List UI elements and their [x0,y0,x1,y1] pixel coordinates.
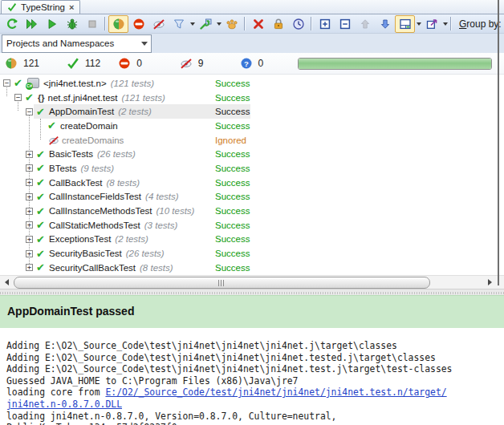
output-position-dropdown-button[interactable] [395,15,421,33]
scrollbar-thumb[interactable] [14,277,430,289]
result-banner: AppDomainTest passed [0,295,504,328]
passed-icon: ✔ [25,92,36,103]
test-tree-row[interactable]: createDomainsIgnored [0,133,504,148]
console-text: Guessed JAVA_HOME to C:\Program Files (x… [6,375,298,387]
toolbar-separator [450,17,452,30]
test-tree-row[interactable]: −✔AppDomainTest(2 tests)Success [0,104,504,119]
rerun-tests-button[interactable] [2,15,22,33]
tree-expander[interactable]: + [26,264,33,271]
tree-expander[interactable]: + [26,193,33,200]
pane-splitter[interactable] [0,289,504,295]
tab-title: TypeString [21,2,65,12]
debug-tests-button[interactable] [62,15,82,33]
console-text: Adding E:\O2\_Source_Code\test\jni4net\j… [6,352,436,363]
options-dropdown-button[interactable] [195,15,222,33]
time-button[interactable] [288,15,308,33]
grouping-combobox-value: Projects and Namespaces [6,38,114,48]
tree-horizontal-scrollbar[interactable] [0,275,504,289]
filter-dropdown-button[interactable] [169,15,195,33]
test-tree-row[interactable]: +✔CallInstanceFieldsTest(4 tests)Success [0,190,504,204]
passed-icon: ✔ [36,220,47,230]
export-dropdown-button[interactable] [421,15,448,33]
delete-session-button[interactable] [248,15,268,33]
previous-failed-button[interactable] [355,15,375,33]
result-banner-text: AppDomainTest passed [0,296,504,318]
console-line: jni4net.n-0.8.7.0.DLL [6,399,504,411]
test-tree-row[interactable]: +✔BasicTests(26 tests)Success [0,147,504,161]
console-text: loading core from [6,387,105,398]
test-count: (2 tests) [118,107,152,116]
test-name: createDomains [62,136,124,145]
tree-expander[interactable]: + [26,164,33,172]
test-tree-row[interactable]: ✔createDomainSuccess [0,119,504,133]
total-tests-icon [5,57,18,70]
lock-session-button[interactable] [268,15,288,33]
test-name: net.sf.jni4net.test [48,93,118,103]
test-count: (8 tests) [140,263,173,273]
file-path-link[interactable]: jni4net.n-0.8.7.0.DLL [6,399,122,410]
test-tree-row[interactable]: +✔CallStaticMethodsTest(3 tests)Success [0,218,504,233]
test-status: Success [215,206,250,216]
scroll-left-icon [5,279,9,285]
tree-expander[interactable]: − [26,108,33,115]
expand-all-button[interactable] [315,15,335,33]
test-tree-row[interactable]: −✔C#<jni4net.test.n>(121 tests)Success [0,76,504,91]
run-tests-button[interactable] [42,15,62,33]
collapse-all-icon [339,18,352,30]
tab-typestring[interactable]: TypeString × [1,0,80,14]
tree-expander[interactable]: + [26,151,33,158]
tree-expander[interactable]: + [26,179,33,186]
test-tree-row[interactable]: +✔CallInstanceMethodsTest(10 tests)Succe… [0,204,504,218]
console-line: Guessed JAVA_HOME to C:\Program Files (x… [6,375,504,387]
tree-expander[interactable]: + [26,236,33,243]
test-name: CallStaticMethodsTest [49,221,140,230]
tree-expander[interactable]: + [26,250,33,257]
namespace-icon: {} [38,93,45,103]
test-tree-row[interactable]: +✔BTests(9 tests)Success [0,161,504,176]
test-tree-row[interactable]: +✔ExceptionsTest(2 tests)Success [0,233,504,247]
tree-expander[interactable]: − [14,94,22,101]
test-name: ExceptionsTest [49,234,111,244]
tests-ball-icon [112,18,125,30]
show-all-tests-toggle[interactable] [108,15,128,33]
next-failed-button[interactable] [375,15,395,33]
test-status: Success [215,221,250,230]
toolbar-separator [311,17,312,30]
test-status: Success [215,263,250,273]
grouping-combobox[interactable]: Projects and Namespaces [2,34,152,53]
tree-expander[interactable]: + [26,208,33,215]
collapse-all-button[interactable] [335,15,355,33]
test-count: (4 tests) [145,192,179,201]
tree-expander[interactable]: + [26,221,33,229]
test-tree-row[interactable]: +✔SecurityCallBackTest(8 tests)Success [0,261,504,275]
run-icon [46,18,59,30]
passed-icon: ✔ [36,163,47,173]
stop-tests-button[interactable] [82,15,102,33]
test-name: CallInstanceFieldsTest [49,192,141,201]
passed-count: 112 [85,58,100,69]
passed-icon: ✔ [36,149,47,160]
file-path-link[interactable]: E:/O2/_Source_Code/test/jni4net/jni4net/… [105,387,446,398]
test-tree-row[interactable]: −✔{}net.sf.jni4net.test(121 tests)Succes… [0,91,504,105]
scroll-left-button[interactable] [0,276,13,288]
test-count: (121 tests) [122,93,165,103]
ignored-count: 9 [198,58,204,69]
test-name: AppDomainTest [49,107,114,116]
show-failed-toggle[interactable] [128,15,148,33]
test-tree-row[interactable]: +✔SecurityBasicTest(26 tests)Success [0,246,504,261]
track-running-test-toggle[interactable] [222,15,242,33]
output-panel-icon [399,18,412,30]
run-all-tests-button[interactable] [22,15,42,33]
test-name: BTests [49,164,77,173]
tree-expander[interactable]: − [3,79,10,87]
total-count: 121 [23,58,39,69]
test-count: (10 tests) [156,206,194,216]
scroll-right-button[interactable] [483,276,496,288]
tab-close-icon[interactable]: × [69,3,74,11]
test-status: Ignored [215,136,246,145]
test-progress-fill [299,59,491,69]
test-tree-row[interactable]: +✔CallBackTest(8 tests)Success [0,176,504,190]
console-line: loading core from E:/O2/_Source_Code/tes… [6,387,504,399]
show-ignored-toggle[interactable] [148,15,169,33]
console-text: PublicKeyToken=134ca57d2f9237f0 [6,422,177,425]
